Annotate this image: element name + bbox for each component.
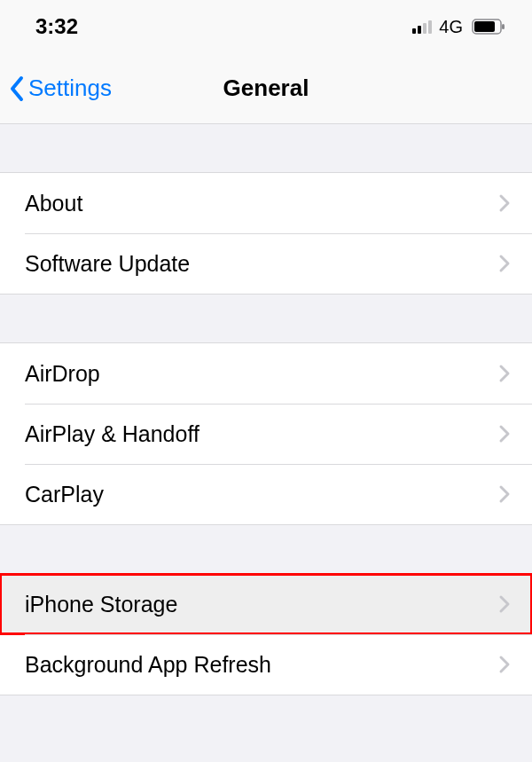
row-airdrop[interactable]: AirDrop	[0, 343, 532, 404]
back-label: Settings	[28, 75, 112, 102]
chevron-left-icon	[9, 75, 27, 102]
row-background-app-refresh[interactable]: Background App Refresh	[0, 634, 532, 695]
row-about[interactable]: About	[0, 173, 532, 233]
group-spacer	[0, 695, 532, 743]
svg-rect-2	[502, 24, 505, 29]
status-time: 3:32	[35, 14, 78, 39]
row-software-update[interactable]: Software Update	[0, 233, 532, 294]
battery-icon	[472, 19, 505, 35]
svg-rect-1	[474, 21, 495, 32]
settings-body: About Software Update AirDrop AirPlay & …	[0, 124, 532, 743]
row-label: Software Update	[25, 251, 190, 277]
chevron-right-icon	[498, 594, 511, 614]
chevron-right-icon	[498, 424, 511, 444]
chevron-right-icon	[498, 655, 511, 674]
settings-group-2: AirDrop AirPlay & Handoff CarPlay	[0, 342, 532, 525]
row-label: Background App Refresh	[25, 652, 271, 678]
row-label: iPhone Storage	[25, 592, 177, 617]
chevron-right-icon	[498, 484, 511, 504]
row-iphone-storage[interactable]: iPhone Storage	[0, 574, 532, 634]
row-airplay-handoff[interactable]: AirPlay & Handoff	[0, 404, 532, 464]
back-button[interactable]: Settings	[9, 75, 112, 102]
chevron-right-icon	[498, 193, 511, 213]
status-indicators: 4G	[412, 17, 505, 37]
chevron-right-icon	[498, 364, 511, 383]
settings-group-3: iPhone Storage Background App Refresh	[0, 573, 532, 695]
settings-group-1: About Software Update	[0, 172, 532, 295]
cellular-signal-icon	[412, 20, 432, 34]
group-spacer	[0, 525, 532, 573]
chevron-right-icon	[498, 254, 511, 273]
status-bar: 3:32 4G	[0, 0, 532, 53]
row-label: CarPlay	[25, 482, 104, 507]
network-label: 4G	[439, 17, 463, 37]
row-label: AirDrop	[25, 361, 100, 387]
row-carplay[interactable]: CarPlay	[0, 464, 532, 524]
navigation-bar: Settings General	[0, 53, 532, 124]
row-label: About	[25, 191, 82, 216]
group-spacer	[0, 295, 532, 342]
group-spacer	[0, 124, 532, 172]
page-title: General	[223, 75, 309, 102]
row-label: AirPlay & Handoff	[25, 421, 200, 447]
